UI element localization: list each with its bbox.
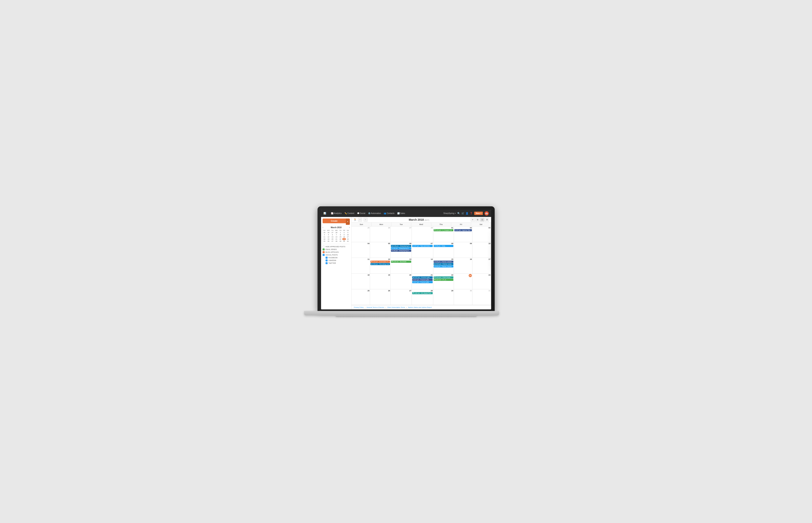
filter-checkbox[interactable]: ✓ [326, 257, 328, 259]
cal-cell[interactable]: 17 [472, 258, 491, 274]
cal-cell[interactable]: 15f5:06 pm - Partner campa...in5:00 pm -… [433, 258, 454, 274]
nav-contacts[interactable]: 👥 Contacts [384, 212, 394, 214]
mini-cal-day[interactable]: 4 [323, 234, 326, 236]
filter-checkbox[interactable] [323, 246, 325, 248]
help-icon[interactable]: ❓ [470, 212, 473, 215]
cal-cell[interactable]: 23 [454, 274, 472, 289]
footer-terms[interactable]: General Terms of Service [366, 306, 384, 308]
cal-cell[interactable]: 27 [391, 289, 412, 305]
view-list[interactable]: ≡ [471, 218, 475, 222]
cal-cell[interactable]: 30 [454, 289, 472, 305]
nav-content[interactable]: ✏️ Content [345, 212, 354, 214]
mini-cal-day[interactable]: 10 [346, 234, 350, 236]
mini-cal-day[interactable]: 15 [339, 236, 342, 238]
cal-cell[interactable]: 13✉3:00 am - BizziMalls [391, 258, 412, 274]
cal-cell[interactable]: 28✉3:00 am - 29_MasterTrav... [412, 289, 433, 305]
mini-cal-day[interactable]: 11 [323, 236, 326, 238]
cal-cell[interactable]: 10 [472, 242, 491, 258]
event-pill[interactable]: in5:08 pm - Recruiting now [370, 263, 390, 265]
mini-cal-day[interactable]: 18 [323, 238, 326, 240]
event-pill[interactable]: in5:00 pm - Partner camp... [434, 263, 453, 265]
filter-checkbox[interactable]: ✓ [323, 254, 325, 256]
mini-cal-day[interactable]: 12 [326, 236, 331, 238]
mini-cal-day[interactable]: 5 [326, 234, 331, 236]
cal-cell[interactable]: 18 [351, 274, 370, 289]
mini-cal-day[interactable]: 20 [330, 238, 334, 240]
cal-cell[interactable]: 25 [351, 227, 370, 242]
nav-automation[interactable]: ⚙️ Automation [368, 212, 381, 214]
mini-cal-day[interactable]: 6 [330, 234, 334, 236]
filter-item[interactable]: ✓FACEBOOK [326, 257, 350, 259]
view-grid[interactable]: ⊟ [480, 218, 484, 222]
footer-status[interactable]: System Status and Uptime Report [408, 306, 432, 308]
mini-cal-day[interactable]: 16 [342, 236, 346, 238]
cal-cell[interactable]: 26 [370, 227, 391, 242]
mini-cal-next[interactable]: › [349, 227, 350, 229]
filter-item[interactable]: ✓TWITTER [326, 262, 350, 264]
filter-item[interactable]: ✓EMAIL SENDS [323, 248, 350, 250]
mini-cal-day[interactable]: 17 [346, 236, 350, 238]
cart-icon[interactable]: 🛒 [462, 212, 464, 215]
cal-cell[interactable]: 27 [391, 227, 412, 242]
cal-cell[interactable]: 02f4:57 pm - Agency Tips [454, 227, 472, 242]
mini-cal-day[interactable]: 27 [330, 240, 334, 242]
event-pill[interactable]: ✉3:00 am - 29_MasterTrav... [412, 292, 433, 294]
filter-checkbox[interactable]: ✓ [323, 251, 325, 253]
filter-item[interactable]: HIDE APPROVED POSTS [323, 246, 350, 248]
mini-cal-day[interactable]: 26 [326, 232, 331, 234]
create-button[interactable]: Create [323, 218, 346, 223]
footer-subscription[interactable]: Client Subscription Terms [387, 306, 405, 308]
search-icon[interactable]: 🔍 [457, 212, 460, 215]
mini-cal-day[interactable]: 27 [330, 232, 334, 234]
mini-cal-day[interactable]: 28 [334, 240, 339, 242]
event-pill[interactable]: in5:07 pm - Fracture gifts [412, 276, 433, 278]
event-pill[interactable]: ✉3:00 am - BizziMalls [391, 260, 411, 263]
event-pill[interactable]: ✉3:00 pm - Client Acqui... [434, 276, 453, 278]
cal-cell[interactable]: 16 [454, 258, 472, 274]
cal-cell[interactable]: 07t4:57 pm - Tips and tricks [412, 242, 433, 258]
nav-social[interactable]: 💬 Social [357, 212, 365, 214]
nav-sales[interactable]: 📉 Sales [397, 212, 405, 214]
cal-cell[interactable]: 01✉2:00 pm - 2_Coupon 3.0 [433, 227, 454, 242]
cal-cell[interactable]: 05 [370, 242, 391, 258]
mini-cal-day[interactable]: 9 [342, 234, 346, 236]
create-dropdown-btn[interactable]: ▾ [346, 218, 350, 225]
new-button[interactable]: New ▾ [474, 212, 483, 215]
mini-cal-day[interactable]: 29 [339, 240, 342, 242]
footer-privacy[interactable]: Privacy Policy [354, 306, 364, 308]
event-pill[interactable]: f5:06 pm - Partner campa... [434, 260, 453, 263]
mini-cal-prev[interactable]: ‹ [323, 227, 323, 229]
cal-cell[interactable]: 31 [472, 289, 491, 305]
mini-cal-day[interactable]: 2 [342, 232, 346, 234]
mini-cal-day[interactable]: 7 [334, 234, 339, 236]
filter-checkbox[interactable]: ✓ [326, 262, 328, 264]
event-pill[interactable]: t5:08 pm - Daily... [434, 245, 453, 247]
view-compact[interactable]: ≣ [485, 218, 489, 222]
mini-cal-day[interactable]: 22 [339, 238, 342, 240]
mini-cal-day[interactable]: 24 [346, 238, 350, 240]
mini-cal-day[interactable]: 19 [326, 238, 331, 240]
event-pill[interactable]: ✉3:00 am - 27_E... [434, 279, 453, 281]
filter-item[interactable]: ✓SOCIAL POSTS [323, 254, 350, 256]
cal-cell[interactable]: 11 [351, 258, 370, 274]
cal-cell[interactable]: 12✉3:33 pm - Automation Ti...in5:08 pm -… [370, 258, 391, 274]
cal-prev-btn[interactable]: ‹ [358, 218, 362, 222]
event-pill[interactable]: f5:07 pm - Fracture gifts [412, 279, 433, 281]
mini-cal-day[interactable]: 26 [326, 240, 331, 242]
cal-cell[interactable]: 25 [351, 289, 370, 305]
mini-cal-day[interactable]: 23 [342, 238, 346, 240]
view-columns[interactable]: ⊞ [476, 218, 480, 222]
event-pill[interactable]: ✉2:00 pm - 2_Coupon 3.0 [434, 229, 453, 231]
cal-cell[interactable]: 29 [433, 289, 454, 305]
cal-cell[interactable]: 24 [472, 274, 491, 289]
cal-cell[interactable]: 14 [412, 258, 433, 274]
event-pill[interactable]: f4:57 pm - Agency Tips [454, 229, 472, 231]
cal-cell[interactable]: 19 [370, 274, 391, 289]
cal-cell[interactable]: 21in5:07 pm - Fracture giftsf5:07 pm - F… [412, 274, 433, 289]
nav-analytics[interactable]: 📈 Analytics [331, 212, 342, 214]
cal-cell[interactable]: 28 [412, 227, 433, 242]
event-pill[interactable]: t4:57 pm - Tips and tricks [412, 245, 433, 247]
user-icon[interactable]: 👤 [466, 212, 468, 215]
cal-cell[interactable]: 20 [391, 274, 412, 289]
mini-cal-day[interactable]: 25 [323, 232, 326, 234]
